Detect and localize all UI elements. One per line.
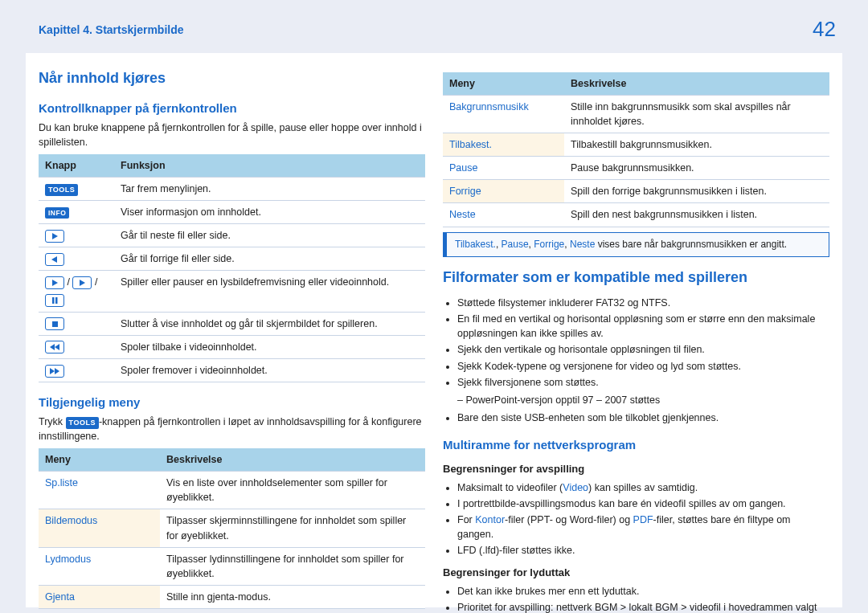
cell: Pause bakgrunnsmusikken.	[564, 157, 829, 180]
svg-marker-3	[80, 280, 85, 286]
page: Kapittel 4. Startskjermbilde 42 Når innh…	[0, 0, 868, 613]
th-meny: Meny	[39, 448, 160, 472]
note-item: Pause	[502, 239, 529, 250]
svg-marker-7	[50, 344, 55, 350]
stop-icon	[45, 317, 64, 330]
play2-icon	[72, 276, 92, 289]
content: Når innhold kjøres Kontrollknapper på fj…	[26, 53, 842, 607]
txt: Maksimalt to videofiler (	[457, 482, 563, 493]
txt: For	[457, 514, 475, 525]
cell: Neste	[443, 203, 564, 227]
left-h1: Når innhold kjøres	[39, 67, 425, 88]
table-row: Går til neste fil eller side.	[39, 224, 425, 247]
note-item: Neste	[570, 239, 595, 250]
cell: Lydmodus	[39, 547, 160, 585]
svg-rect-6	[52, 321, 58, 327]
cell: Spoler tilbake i videoinnholdet.	[114, 335, 425, 358]
h3-audio: Begrensinger for lyduttak	[443, 566, 829, 581]
compat-list: Støttede filsystemer inkluderer FAT32 og…	[443, 296, 829, 390]
th-besk: Beskrivelse	[160, 448, 425, 472]
cell: Tilbakestill bakgrunnsmusikken.	[564, 133, 829, 157]
txt: ) kan spilles av samtidig.	[588, 482, 698, 493]
right-h2: Multiramme for nettverksprogram	[443, 436, 829, 454]
th-funksjon: Funksjon	[114, 154, 425, 178]
cell: Går til forrige fil eller side.	[114, 247, 425, 271]
table-row: Slutter å vise innholdet og går til skje…	[39, 312, 425, 335]
right-h1: Filformater som er kompatible med spille…	[443, 267, 829, 288]
note-item: Tilbakest.	[455, 239, 496, 250]
svg-marker-10	[55, 368, 59, 374]
h3-play: Begrensninger for avspilling	[443, 462, 829, 477]
list-item: Bare den siste USB-enheten som ble tilko…	[457, 411, 829, 425]
list-item: Maksimalt to videofiler (Video) kan spil…	[457, 480, 829, 495]
page-number: 42	[813, 14, 836, 45]
cell: Tilbakest.	[443, 133, 564, 157]
cell: Stille inn gjenta-modus.	[160, 585, 425, 608]
cell: Bildemodus	[39, 509, 160, 547]
txt: Trykk	[39, 416, 66, 427]
table-row: ForrigeSpill den forrige bakgrunnsmusikk…	[443, 180, 829, 203]
page-header: Kapittel 4. Startskjermbilde 42	[0, 0, 868, 53]
table-row: BildemodusTilpasser skjerminnstillingene…	[39, 509, 425, 547]
list-item: PowerPoint-versjon opptil 97 – 2007 støt…	[457, 393, 829, 407]
table-row: BakgrunnsmusikkStille inn bakgrunnsmusik…	[443, 95, 829, 133]
svg-rect-5	[55, 297, 58, 304]
table-row: PausePause bakgrunnsmusikken.	[443, 157, 829, 180]
table-row: TOOLS Tar frem menylinjen.	[39, 177, 425, 200]
tools-icon-inline: TOOLS	[66, 417, 99, 429]
cell: Viser informasjon om innholdet.	[114, 201, 425, 224]
cell: Slutter å vise innholdet og går til skje…	[114, 312, 425, 335]
table-row: NesteSpill den nest bakgrunnsmusikken i …	[443, 203, 829, 227]
cell: Går til neste fil eller side.	[114, 224, 425, 247]
table-buttons: Knapp Funksjon TOOLS Tar frem menylinjen…	[39, 154, 425, 382]
note-item: Forrige	[534, 239, 564, 250]
table-row: LydmodusTilpasser lydinnstillingene for …	[39, 547, 425, 585]
table-row: GjentaStille inn gjenta-modus.	[39, 585, 425, 608]
svg-marker-0	[52, 233, 58, 239]
cell: Tilpasser lydinnstillingene for innholde…	[160, 547, 425, 585]
play-limits-list: Maksimalt to videofiler (Video) kan spil…	[443, 480, 829, 558]
ffwd-icon	[45, 365, 64, 378]
list-item: Sjekk filversjonene som støttes.	[457, 375, 829, 390]
sub-list: PowerPoint-versjon opptil 97 – 2007 støt…	[443, 393, 829, 407]
left-column: Når innhold kjøres Kontrollknapper på fj…	[39, 67, 425, 593]
cell: Spiller eller pauser en lysbildefremvisn…	[114, 271, 425, 312]
cell: Spoler fremover i videoinnholdet.	[114, 358, 425, 382]
list-item: Støttede filsystemer inkluderer FAT32 og…	[457, 296, 829, 310]
video-word: Video	[563, 482, 588, 493]
tools-icon: TOOLS	[45, 184, 78, 196]
th-besk: Beskrivelse	[564, 72, 829, 96]
table-menu-right: Meny Beskrivelse BakgrunnsmusikkStille i…	[443, 72, 829, 227]
list-item: LFD (.lfd)-filer støttes ikke.	[457, 543, 829, 558]
svg-marker-9	[50, 368, 55, 374]
cell: Tar frem menylinjen.	[114, 177, 425, 200]
table-row: Spoler tilbake i videoinnholdet.	[39, 335, 425, 358]
pdf-word: PDF	[633, 514, 653, 525]
table-row: INFO Viser informasjon om innholdet.	[39, 201, 425, 224]
play-icon	[45, 276, 64, 289]
cell: Gjenta	[39, 585, 160, 608]
list-item: Sjekk den vertikale og horisontale opplø…	[457, 342, 829, 357]
next-icon	[45, 230, 64, 243]
prev-icon	[45, 253, 64, 266]
left-intro: Du kan bruke knappene på fjernkontrollen…	[39, 121, 425, 149]
left-h2-menu: Tilgjengelig meny	[39, 394, 425, 411]
table-row: / / Spiller eller pauser en lysbildefrem…	[39, 271, 425, 312]
svg-marker-8	[55, 344, 59, 350]
cell: Bakgrunnsmusikk	[443, 95, 564, 133]
cell: Vis en liste over innholdselementer som …	[160, 472, 425, 509]
note-box: Tilbakest., Pause, Forrige, Neste vises …	[443, 232, 829, 257]
rewind-icon	[45, 341, 64, 353]
svg-marker-2	[52, 280, 58, 286]
table-row: Tilbakest.Tilbakestill bakgrunnsmusikken…	[443, 133, 829, 157]
table-menu-left: Meny Beskrivelse Sp.listeVis en liste ov…	[39, 448, 425, 609]
cell: Spill den forrige bakgrunnsmusikken i li…	[564, 180, 829, 203]
cell: Stille inn bakgrunnsmusikk som skal avsp…	[564, 95, 829, 133]
audio-limits-list: Det kan ikke brukes mer enn ett lyduttak…	[443, 584, 829, 613]
list-item: Det kan ikke brukes mer enn ett lyduttak…	[457, 584, 829, 599]
th-meny: Meny	[443, 72, 564, 96]
cell: Spill den nest bakgrunnsmusikken i liste…	[564, 203, 829, 227]
right-column: Meny Beskrivelse BakgrunnsmusikkStille i…	[443, 67, 829, 593]
svg-rect-4	[52, 297, 55, 304]
pause-icon	[45, 294, 64, 307]
